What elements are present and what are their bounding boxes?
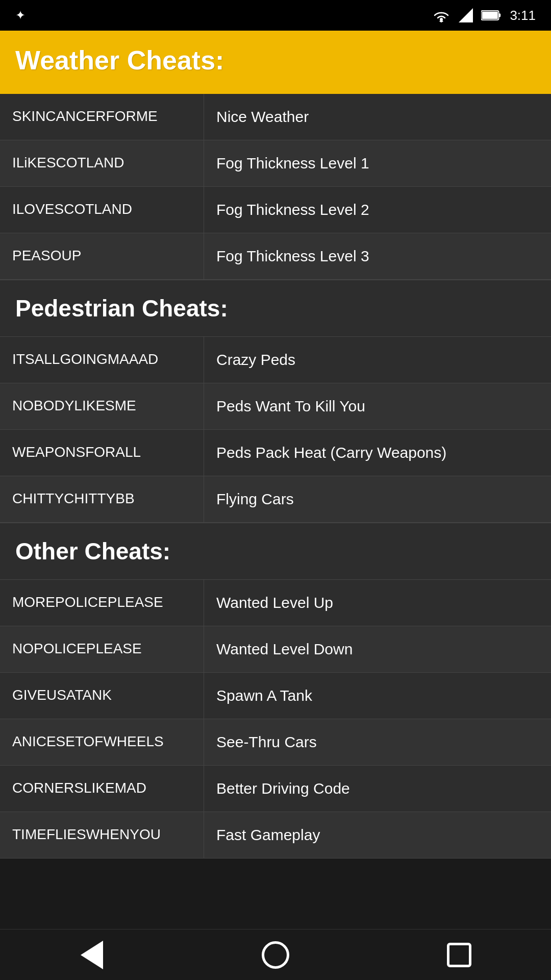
cheat-description: Spawn A Tank: [204, 673, 551, 719]
weather-cheats-table: SKINCANCERFORME Nice Weather ILiKESCOTLA…: [0, 94, 551, 280]
cheat-description: Nice Weather: [204, 94, 551, 140]
table-row: ANICESETOFWHEELS See-Thru Cars: [0, 719, 551, 766]
cheat-description: See-Thru Cars: [204, 719, 551, 765]
cheat-description: Wanted Level Up: [204, 580, 551, 626]
cheat-code: ILOVESCOTLAND: [0, 187, 204, 233]
cheat-description: Fog Thickness Level 1: [204, 140, 551, 186]
table-row: ILiKESCOTLAND Fog Thickness Level 1: [0, 140, 551, 187]
recents-icon: [447, 943, 471, 967]
svg-marker-1: [459, 8, 473, 22]
cheat-code: NOPOLICEPLEASE: [0, 626, 204, 672]
cheat-code: SKINCANCERFORME: [0, 94, 204, 140]
status-bar-left: ✦: [15, 8, 26, 22]
content-wrapper: Weather Cheats: SKINCANCERFORME Nice Wea…: [0, 31, 551, 910]
page-title: Weather Cheats:: [15, 45, 536, 76]
battery-icon: [481, 10, 502, 21]
cheat-description: Better Driving Code: [204, 766, 551, 812]
table-row: PEASOUP Fog Thickness Level 3: [0, 233, 551, 280]
back-icon: [81, 941, 103, 969]
table-row: GIVEUSATANK Spawn A Tank: [0, 673, 551, 719]
cheat-description: Fog Thickness Level 2: [204, 187, 551, 233]
cheat-description: Fog Thickness Level 3: [204, 233, 551, 279]
cheat-description: Peds Pack Heat (Carry Weapons): [204, 430, 551, 476]
cheat-code: TIMEFLIESWHENYOU: [0, 812, 204, 858]
svg-rect-3: [482, 12, 498, 19]
svg-point-0: [440, 18, 443, 21]
signal-icon: [459, 8, 473, 22]
table-row: SKINCANCERFORME Nice Weather: [0, 94, 551, 140]
cheat-description: Peds Want To Kill You: [204, 383, 551, 429]
header: Weather Cheats:: [0, 31, 551, 94]
cheat-code: ILiKESCOTLAND: [0, 140, 204, 186]
other-section-title: Other Cheats:: [15, 537, 536, 565]
pedestrian-section-header: Pedestrian Cheats:: [0, 280, 551, 337]
nav-bar: [0, 929, 551, 980]
table-row: ILOVESCOTLAND Fog Thickness Level 2: [0, 187, 551, 233]
pedestrian-section-title: Pedestrian Cheats:: [15, 295, 536, 322]
cheat-code: WEAPONSFORALL: [0, 430, 204, 476]
cheat-description: Flying Cars: [204, 476, 551, 522]
cheat-code: CORNERSLIKEMAD: [0, 766, 204, 812]
table-row: WEAPONSFORALL Peds Pack Heat (Carry Weap…: [0, 430, 551, 476]
app-icon: ✦: [15, 8, 26, 22]
cheat-code: GIVEUSATANK: [0, 673, 204, 719]
cheat-code: PEASOUP: [0, 233, 204, 279]
status-bar: ✦ 3:11: [0, 0, 551, 31]
clock: 3:11: [510, 8, 536, 23]
table-row: CORNERSLIKEMAD Better Driving Code: [0, 766, 551, 812]
svg-rect-4: [499, 13, 501, 17]
cheat-description: Wanted Level Down: [204, 626, 551, 672]
cheat-code: ANICESETOFWHEELS: [0, 719, 204, 765]
status-bar-right: 3:11: [432, 8, 536, 23]
table-row: NOBODYLIKESME Peds Want To Kill You: [0, 383, 551, 430]
other-cheats-table: MOREPOLICEPLEASE Wanted Level Up NOPOLIC…: [0, 580, 551, 859]
table-row: ITSALLGOINGMAAAD Crazy Peds: [0, 337, 551, 383]
nav-back-button[interactable]: [74, 937, 110, 973]
cheat-code: NOBODYLIKESME: [0, 383, 204, 429]
table-row: CHITTYCHITTYBB Flying Cars: [0, 476, 551, 523]
home-icon: [262, 941, 289, 969]
pedestrian-cheats-table: ITSALLGOINGMAAAD Crazy Peds NOBODYLIKESM…: [0, 337, 551, 523]
cheat-description: Fast Gameplay: [204, 812, 551, 858]
table-row: NOPOLICEPLEASE Wanted Level Down: [0, 626, 551, 673]
other-section-header: Other Cheats:: [0, 523, 551, 580]
wifi-icon: [432, 8, 450, 22]
nav-home-button[interactable]: [258, 937, 293, 973]
table-row: MOREPOLICEPLEASE Wanted Level Up: [0, 580, 551, 626]
cheat-code: MOREPOLICEPLEASE: [0, 580, 204, 626]
table-row: TIMEFLIESWHENYOU Fast Gameplay: [0, 812, 551, 859]
nav-recents-button[interactable]: [441, 937, 477, 973]
cheat-code: CHITTYCHITTYBB: [0, 476, 204, 522]
cheat-code: ITSALLGOINGMAAAD: [0, 337, 204, 383]
cheat-description: Crazy Peds: [204, 337, 551, 383]
